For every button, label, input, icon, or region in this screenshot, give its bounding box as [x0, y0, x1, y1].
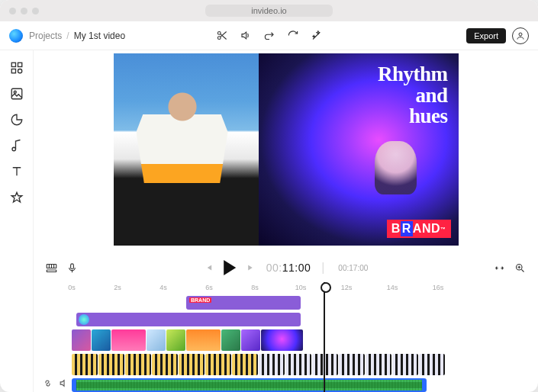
preview-right-image: Rhythm and hues BRAND™ — [259, 53, 459, 246]
video-track[interactable] — [72, 329, 303, 351]
video-clip-thumb[interactable] — [366, 354, 391, 375]
svg-rect-5 — [11, 69, 15, 73]
project-title[interactable]: My 1st video — [74, 31, 125, 41]
ruler-tick: 8s — [251, 284, 259, 291]
svg-point-1 — [217, 37, 221, 40]
play-button[interactable] — [224, 260, 236, 275]
ruler-tick: 12s — [341, 284, 353, 291]
voiceover-icon[interactable] — [66, 262, 78, 274]
templates-icon[interactable] — [10, 61, 24, 75]
refresh-icon[interactable] — [287, 30, 298, 41]
svg-rect-4 — [18, 63, 21, 66]
total-duration: 00:17:00 — [338, 264, 368, 272]
text-icon[interactable] — [10, 165, 24, 178]
magic-icon[interactable] — [311, 30, 322, 41]
volume-icon[interactable] — [240, 30, 251, 41]
video-clip-thumb[interactable] — [111, 329, 146, 351]
current-time: 00:11:00 — [266, 262, 311, 274]
url-bar[interactable]: invideo.io — [205, 5, 332, 17]
video-clip-thumb[interactable] — [419, 354, 445, 375]
top-toolbar: Projects / My 1st video Export — [0, 21, 538, 50]
video-clip-thumb[interactable] — [147, 329, 166, 351]
video-track-2[interactable] — [72, 354, 445, 375]
video-clip-thumb[interactable] — [392, 354, 418, 375]
waveform — [73, 380, 425, 390]
ruler-tick: 0s — [68, 284, 76, 291]
canvas-area: Rhythm and hues BRAND™ — [34, 50, 538, 253]
svg-rect-3 — [11, 63, 15, 66]
video-clip-thumb[interactable] — [261, 329, 303, 351]
timeline[interactable]: BRAND — [72, 296, 530, 392]
video-preview[interactable]: Rhythm and hues BRAND™ — [114, 53, 459, 246]
captions-icon[interactable] — [46, 262, 57, 274]
shapes-icon[interactable] — [10, 113, 24, 127]
playback-bar: 00:11:00 | 00:17:00 — [34, 253, 538, 282]
video-clip-thumb[interactable] — [241, 329, 260, 351]
ruler-tick: 14s — [387, 284, 398, 291]
cut-icon[interactable] — [216, 30, 227, 41]
music-icon[interactable] — [10, 139, 24, 153]
video-clip-thumb[interactable] — [125, 354, 151, 375]
brand-badge: BRAND™ — [387, 220, 451, 238]
export-button[interactable]: Export — [466, 28, 506, 43]
video-clip-thumb[interactable] — [205, 354, 231, 375]
favorites-icon[interactable] — [10, 191, 24, 204]
svg-point-0 — [217, 32, 221, 35]
ruler-tick: 2s — [114, 284, 121, 291]
mute-track-icon[interactable] — [59, 378, 69, 388]
left-rail — [0, 50, 34, 392]
svg-point-8 — [14, 91, 16, 93]
skip-back-icon[interactable] — [204, 263, 213, 272]
video-clip-thumb[interactable] — [166, 329, 185, 351]
video-clip-thumb[interactable] — [186, 329, 221, 351]
ruler-tick: 4s — [159, 284, 167, 291]
video-clip-thumb[interactable] — [72, 354, 98, 375]
playhead[interactable] — [324, 282, 325, 392]
svg-point-2 — [519, 33, 522, 36]
account-icon[interactable] — [512, 27, 529, 44]
audio-clip[interactable] — [72, 378, 427, 392]
skip-forward-icon[interactable] — [246, 263, 256, 272]
video-clip-thumb[interactable] — [259, 354, 285, 375]
video-clip-thumb[interactable] — [221, 329, 240, 351]
redo-icon[interactable] — [263, 30, 275, 41]
app-window: invideo.io Projects / My 1st video Expor… — [0, 0, 538, 392]
ruler-tick: 6s — [205, 284, 213, 291]
video-clip-thumb[interactable] — [339, 354, 365, 375]
traffic-lights — [9, 8, 39, 14]
video-clip-thumb[interactable] — [179, 354, 205, 375]
audio-handle-right[interactable] — [422, 378, 427, 392]
video-clip-thumb[interactable] — [285, 354, 311, 375]
headline-text: Rhythm and hues — [378, 64, 448, 127]
preview-left-image — [114, 53, 259, 246]
video-clip-thumb[interactable] — [312, 354, 338, 375]
breadcrumb-root[interactable]: Projects — [29, 31, 62, 41]
overlay-clip[interactable] — [76, 313, 301, 326]
content-column: Rhythm and hues BRAND™ — [34, 50, 538, 392]
video-clip-thumb[interactable] — [232, 354, 258, 375]
svg-rect-11 — [47, 270, 56, 272]
center-tools — [216, 30, 322, 41]
audio-handle-left[interactable] — [72, 378, 76, 392]
video-clip-thumb[interactable] — [98, 354, 124, 375]
text-clip[interactable]: BRAND — [186, 296, 301, 310]
media-icon[interactable] — [10, 87, 24, 101]
svg-point-6 — [18, 69, 21, 73]
svg-rect-12 — [71, 263, 74, 268]
time-ruler[interactable]: 0s2s4s6s8s10s12s14s16s — [72, 282, 530, 296]
app-logo-icon[interactable] — [9, 29, 23, 43]
video-clip-thumb[interactable] — [92, 329, 111, 351]
browser-chrome: invideo.io — [0, 0, 538, 21]
video-clip-thumb[interactable] — [72, 329, 91, 351]
link-audio-icon[interactable] — [43, 378, 53, 388]
video-clip-thumb[interactable] — [152, 354, 178, 375]
svg-rect-7 — [11, 88, 22, 99]
breadcrumb-separator: / — [66, 31, 69, 41]
brand-mini-badge: BRAND — [189, 297, 211, 303]
overlay-thumb-icon — [79, 314, 89, 325]
breadcrumb: Projects / My 1st video — [29, 31, 125, 41]
zoom-icon[interactable] — [514, 262, 526, 274]
main-area: Rhythm and hues BRAND™ — [0, 50, 538, 392]
ruler-tick: 10s — [295, 284, 307, 291]
fit-icon[interactable] — [494, 262, 505, 274]
